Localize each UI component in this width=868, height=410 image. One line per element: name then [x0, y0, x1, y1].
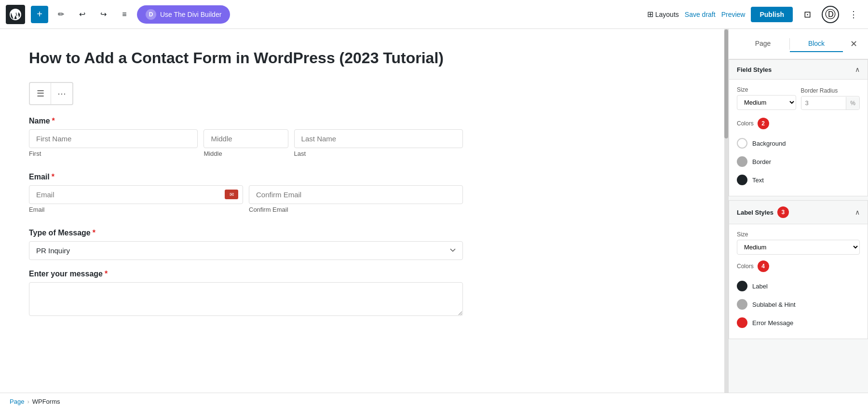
field-colors-label: Colors	[737, 120, 754, 127]
border-radius-label: Border Radius	[801, 87, 860, 94]
label-styles-header: Label Styles 3 ∧	[729, 201, 868, 224]
field-colors-header: Colors 2	[737, 118, 860, 129]
label-styles-collapse-button[interactable]: ∧	[855, 208, 860, 216]
border-radius-input[interactable]	[801, 96, 846, 109]
label-styles-title: Label Styles	[737, 209, 773, 216]
label-styles-section: Label Styles 3 ∧ Size Medium Colors 4	[729, 200, 868, 339]
sublabel-color-item: Sublabel & Hint	[737, 295, 860, 314]
sublabel-color-label: Sublabel & Hint	[752, 301, 796, 308]
label-colors-header: Colors 4	[737, 260, 860, 272]
last-name-input[interactable]	[294, 129, 463, 148]
divi-profile-button[interactable]: Ⓓ	[822, 6, 839, 23]
message-textarea[interactable]	[29, 282, 463, 316]
background-color-label: Background	[752, 140, 786, 147]
background-color-swatch[interactable]	[737, 138, 747, 149]
confirm-email-wrap	[249, 185, 463, 204]
email-label: Email *	[29, 173, 463, 181]
field-styles-title: Field Styles	[737, 66, 772, 73]
label-color-item: Label	[737, 277, 860, 295]
right-sidebar: Page Block ✕ Field Styles ∧ Size Medium	[728, 29, 868, 393]
size-control-label: Size	[737, 86, 796, 93]
size-select[interactable]: Medium	[737, 95, 796, 110]
breadcrumb-separator: ›	[27, 398, 29, 405]
block-toolbar: ☰ ⋯	[29, 82, 73, 105]
more-options-button[interactable]: ⋮	[845, 6, 862, 23]
middle-name-wrap	[203, 129, 288, 148]
first-name-wrap	[29, 129, 198, 148]
publish-button[interactable]: Publish	[751, 7, 793, 22]
bottom-breadcrumb: Page › WPForms	[0, 393, 868, 410]
message-field-group: Enter your message *	[29, 270, 463, 318]
breadcrumb-page[interactable]: Page	[10, 398, 24, 405]
block-more-button[interactable]: ⋯	[51, 83, 72, 104]
label-styles-title-group: Label Styles 3	[737, 206, 789, 218]
settings-button[interactable]: ⊡	[799, 6, 816, 23]
label-styles-content: Size Medium Colors 4 Label	[729, 224, 868, 339]
email-input-wrap: ✉	[29, 185, 243, 204]
error-color-swatch[interactable]	[737, 317, 747, 328]
name-label: Name *	[29, 117, 463, 125]
save-draft-button[interactable]: Save draft	[685, 11, 716, 18]
email-fields-row: ✉	[29, 185, 463, 204]
last-name-wrap	[294, 129, 463, 148]
email-field-group: Email * ✉ Email Confirm Email	[29, 173, 463, 219]
breadcrumb-current: WPForms	[32, 398, 60, 405]
badge-3: 3	[777, 206, 789, 218]
sidebar-close-button[interactable]: ✕	[847, 37, 860, 51]
field-styles-collapse-button[interactable]: ∧	[855, 66, 860, 73]
middle-sublabel: Middle	[203, 150, 288, 157]
border-color-item: Border	[737, 152, 860, 171]
type-select[interactable]: PR Inquiry	[29, 241, 463, 260]
main-layout: How to Add a Contact Form in WordPress (…	[0, 29, 868, 393]
text-color-label: Text	[752, 177, 764, 184]
redo-button[interactable]: ↪	[95, 6, 112, 23]
type-required-star: *	[93, 229, 95, 237]
size-control-group: Size Medium	[737, 86, 796, 110]
message-required-star: *	[105, 270, 108, 278]
badge-2: 2	[758, 118, 769, 129]
confirm-email-input[interactable]	[249, 185, 463, 204]
border-color-label: Border	[752, 158, 771, 165]
tab-block[interactable]: Block	[790, 36, 843, 52]
badge-4: 4	[758, 260, 769, 272]
border-radius-input-group: %	[801, 96, 860, 110]
label-size-select[interactable]: Medium	[737, 240, 860, 255]
text-color-item: Text	[737, 171, 860, 189]
top-toolbar: + ✏ ↩ ↪ ≡ D Use The Divi Builder ⊞ Layou…	[0, 0, 868, 29]
divi-icon: D	[146, 9, 156, 20]
label-size-control-group: Size Medium	[737, 231, 860, 255]
sublabel-color-swatch[interactable]	[737, 299, 747, 310]
field-styles-section: Field Styles ∧ Size Medium Border Radius	[729, 59, 868, 196]
text-color-swatch[interactable]	[737, 175, 747, 185]
label-colors-label: Colors	[737, 263, 754, 270]
divi-builder-button[interactable]: D Use The Divi Builder	[137, 5, 230, 24]
form-section: Name * First Middle	[29, 117, 463, 318]
scroll-indicator[interactable]	[724, 29, 728, 393]
border-radius-unit: %	[846, 97, 859, 109]
last-sublabel: Last	[294, 150, 463, 157]
tab-page[interactable]: Page	[736, 36, 789, 52]
middle-name-input[interactable]	[203, 129, 288, 148]
name-field-group: Name * First Middle	[29, 117, 463, 163]
error-color-item: Error Message	[737, 314, 860, 332]
sidebar-header: Page Block ✕	[729, 29, 868, 59]
label-color-swatch[interactable]	[737, 281, 747, 291]
list-view-button[interactable]: ≡	[116, 6, 133, 23]
add-block-button[interactable]: +	[31, 6, 48, 23]
first-name-input[interactable]	[29, 129, 198, 148]
wp-logo[interactable]	[6, 5, 25, 24]
email-input[interactable]	[29, 185, 243, 204]
block-icon-button[interactable]: ☰	[30, 83, 51, 104]
field-styles-content: Size Medium Border Radius %	[729, 80, 868, 196]
type-field-group: Type of Message * PR Inquiry	[29, 229, 463, 260]
preview-button[interactable]: Preview	[721, 11, 746, 18]
error-color-label: Error Message	[752, 319, 793, 327]
layouts-button[interactable]: ⊞ Layouts	[647, 10, 679, 19]
border-color-swatch[interactable]	[737, 156, 747, 167]
undo-button[interactable]: ↩	[73, 6, 91, 23]
scroll-thumb	[724, 29, 728, 138]
label-color-label: Label	[752, 283, 768, 290]
content-area: How to Add a Contact Form in WordPress (…	[0, 29, 724, 393]
edit-button[interactable]: ✏	[52, 6, 69, 23]
first-sublabel: First	[29, 150, 198, 157]
